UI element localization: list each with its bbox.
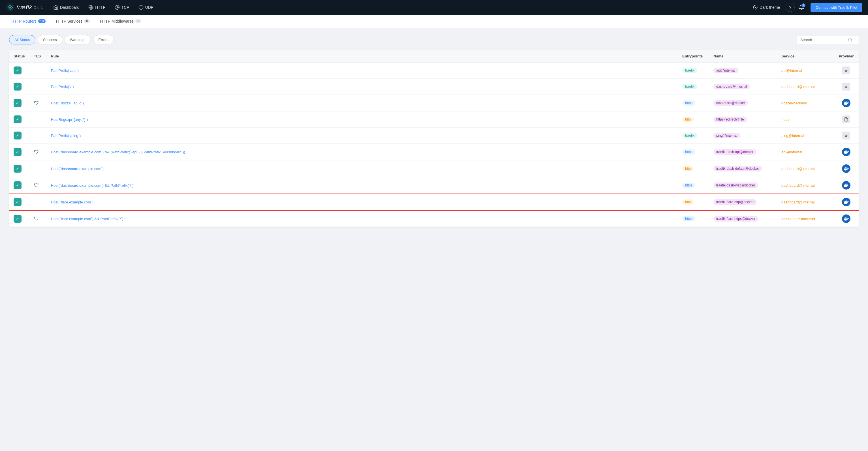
filter-success[interactable]: Success bbox=[38, 35, 62, 44]
rule-link[interactable]: PathPrefix(`/ping`) bbox=[51, 133, 81, 138]
service-link[interactable]: noop bbox=[781, 118, 789, 122]
service-link[interactable]: traefik-flare-backend bbox=[781, 217, 815, 221]
name-cell[interactable]: traefik-dash-web@docker bbox=[709, 177, 777, 194]
name-cell[interactable]: dashboard@internal bbox=[709, 79, 777, 95]
routers-table: Status TLS Rule Entrypoints Name Service… bbox=[9, 50, 859, 227]
name-cell[interactable]: dozzel-ssl@docker bbox=[709, 95, 777, 111]
name-badge[interactable]: ping@internal bbox=[713, 133, 740, 138]
rule-link[interactable]: Host(`flare.example.com`) bbox=[51, 200, 93, 204]
dark-theme-toggle[interactable]: Dark theme bbox=[749, 3, 783, 11]
name-cell[interactable]: traefik-dash-api@docker bbox=[709, 144, 777, 160]
table-row[interactable]: ✓HostRegexp(`{any:.*}`)httphttps-redirec… bbox=[9, 111, 859, 128]
entrypoint-badge: traefik bbox=[682, 68, 697, 73]
docker-provider-icon bbox=[842, 215, 850, 223]
rule-link[interactable]: Host(`dashboard.example.com`) && (PathPr… bbox=[51, 150, 185, 154]
table-row[interactable]: ✓PathPrefix(`/ping`)traefikping@internal… bbox=[9, 128, 859, 144]
service-cell[interactable]: ping@internal bbox=[777, 128, 833, 144]
service-cell[interactable]: dashboard@internal bbox=[777, 160, 833, 177]
service-link[interactable]: api@internal bbox=[781, 68, 802, 73]
rule-cell[interactable]: PathPrefix(`/api`) bbox=[46, 63, 678, 79]
entrypoint-cell: https bbox=[678, 95, 709, 111]
provider-cell bbox=[833, 95, 859, 111]
notifications-button[interactable]: 1 bbox=[797, 3, 806, 12]
name-badge[interactable]: traefik-dash-default@docker bbox=[713, 166, 762, 171]
rule-cell[interactable]: Host(`dashboard.example.com`) && PathPre… bbox=[46, 177, 678, 194]
rule-link[interactable]: Host(`flare.example.com`) && PathPrefix(… bbox=[51, 217, 123, 221]
service-link[interactable]: dashboard@internal bbox=[781, 167, 814, 171]
rule-cell[interactable]: Host(`dashboard.example.com`) bbox=[46, 160, 678, 177]
col-header-name: Name bbox=[709, 50, 777, 63]
main-content: All Status Success Warnings Errors Statu… bbox=[0, 28, 868, 234]
name-cell[interactable]: traefik-flare-http@docker bbox=[709, 194, 777, 211]
rule-cell[interactable]: Host(`dozzel.lab.io`) bbox=[46, 95, 678, 111]
rule-cell[interactable]: Host(`dashboard.example.com`) && (PathPr… bbox=[46, 144, 678, 160]
rule-cell[interactable]: Host(`flare.example.com`) && PathPrefix(… bbox=[46, 211, 678, 227]
table-row[interactable]: ✓Host(`flare.example.com`)httptraefik-fl… bbox=[9, 194, 859, 211]
filter-warnings[interactable]: Warnings bbox=[65, 35, 91, 44]
name-cell[interactable]: ping@internal bbox=[709, 128, 777, 144]
connect-pilot-button[interactable]: Connect with Traefik Pilot bbox=[810, 3, 862, 12]
tls-shield-icon: 🛡 bbox=[34, 183, 39, 188]
name-cell[interactable]: api@internal bbox=[709, 63, 777, 79]
service-cell[interactable]: dashboard@internal bbox=[777, 194, 833, 211]
name-cell[interactable]: traefik-flare-https@docker bbox=[709, 211, 777, 227]
table-row[interactable]: ✓PathPrefix(`/api`)traefikapi@internalap… bbox=[9, 63, 859, 79]
service-link[interactable]: dashboard@internal bbox=[781, 183, 814, 188]
help-button[interactable]: ? bbox=[786, 3, 795, 12]
search-box[interactable] bbox=[797, 36, 859, 44]
name-cell[interactable]: https-redirect@file bbox=[709, 111, 777, 128]
subnav-http-services[interactable]: HTTP Services 8 bbox=[51, 15, 94, 28]
table-row[interactable]: ✓Host(`dashboard.example.com`)httptraefi… bbox=[9, 160, 859, 177]
filter-all-status[interactable]: All Status bbox=[9, 35, 35, 44]
name-badge[interactable]: api@internal bbox=[713, 68, 738, 73]
name-cell[interactable]: traefik-dash-default@docker bbox=[709, 160, 777, 177]
service-cell[interactable]: dashboard@internal bbox=[777, 177, 833, 194]
rule-cell[interactable]: PathPrefix(`/`) bbox=[46, 79, 678, 95]
table-row[interactable]: ✓🛡Host(`dashboard.example.com`) && PathP… bbox=[9, 177, 859, 194]
name-badge[interactable]: https-redirect@file bbox=[713, 117, 747, 122]
name-badge[interactable]: traefik-flare-https@docker bbox=[713, 216, 758, 222]
service-link[interactable]: ping@internal bbox=[781, 133, 804, 138]
name-badge[interactable]: dozzel-ssl@docker bbox=[713, 100, 748, 106]
service-link[interactable]: dozzel-backend bbox=[781, 101, 807, 105]
entrypoint-cell: traefik bbox=[678, 128, 709, 144]
service-cell[interactable]: api@internal bbox=[777, 63, 833, 79]
table-row[interactable]: ✓🛡Host(`dashboard.example.com`) && (Path… bbox=[9, 144, 859, 160]
name-badge[interactable]: traefik-dash-api@docker bbox=[713, 149, 756, 155]
nav-dashboard[interactable]: Dashboard bbox=[50, 3, 83, 11]
rule-link[interactable]: Host(`dashboard.example.com`) && PathPre… bbox=[51, 183, 134, 188]
rule-link[interactable]: Host(`dozzel.lab.io`) bbox=[51, 101, 84, 105]
service-cell[interactable]: traefik-flare-backend bbox=[777, 211, 833, 227]
rule-link[interactable]: Host(`dashboard.example.com`) bbox=[51, 167, 104, 171]
name-badge[interactable]: traefik-flare-http@docker bbox=[713, 199, 756, 205]
rule-cell[interactable]: Host(`flare.example.com`) bbox=[46, 194, 678, 211]
filter-errors[interactable]: Errors bbox=[93, 35, 114, 44]
rule-link[interactable]: PathPrefix(`/api`) bbox=[51, 68, 79, 73]
moon-icon bbox=[753, 5, 758, 10]
nav-tcp[interactable]: TCP bbox=[111, 3, 133, 11]
subnav-http-middlewares[interactable]: HTTP Middlewares 5 bbox=[95, 15, 146, 28]
service-cell[interactable]: api@internal bbox=[777, 144, 833, 160]
rule-cell[interactable]: HostRegexp(`{any:.*}`) bbox=[46, 111, 678, 128]
rule-cell[interactable]: PathPrefix(`/ping`) bbox=[46, 128, 678, 144]
service-cell[interactable]: noop bbox=[777, 111, 833, 128]
rule-link[interactable]: HostRegexp(`{any:.*}`) bbox=[51, 118, 88, 122]
service-cell[interactable]: dozzel-backend bbox=[777, 95, 833, 111]
service-link[interactable]: dashboard@internal bbox=[781, 200, 814, 204]
table-row[interactable]: ✓PathPrefix(`/`)traefikdashboard@interna… bbox=[9, 79, 859, 95]
table-row[interactable]: ✓🛡Host(`dozzel.lab.io`)httpsdozzel-ssl@d… bbox=[9, 95, 859, 111]
name-badge[interactable]: dashboard@internal bbox=[713, 84, 750, 89]
service-link[interactable]: api@internal bbox=[781, 150, 802, 154]
nav-udp[interactable]: UDP bbox=[135, 3, 157, 11]
name-badge[interactable]: traefik-dash-web@docker bbox=[713, 183, 758, 188]
globe-icon bbox=[88, 5, 93, 10]
service-link[interactable]: dashboard@internal bbox=[781, 85, 814, 89]
service-cell[interactable]: dashboard@internal bbox=[777, 79, 833, 95]
top-navigation: træfik 2.6.1 Dashboard HTTP TCP UDP bbox=[0, 0, 868, 15]
table-row[interactable]: ✓🛡Host(`flare.example.com`) && PathPrefi… bbox=[9, 211, 859, 227]
nav-http[interactable]: HTTP bbox=[85, 3, 109, 11]
search-input[interactable] bbox=[800, 38, 846, 42]
rule-link[interactable]: PathPrefix(`/`) bbox=[51, 85, 74, 89]
status-cell: ✓ bbox=[9, 95, 29, 111]
subnav-http-routers[interactable]: HTTP Routers 10 bbox=[7, 15, 50, 28]
